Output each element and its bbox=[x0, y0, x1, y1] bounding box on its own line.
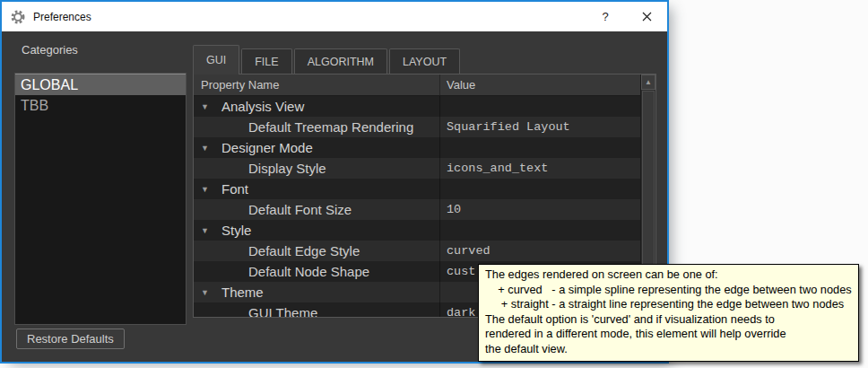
property-name-cell[interactable]: GUI Theme bbox=[194, 302, 439, 317]
tooltip-text: The edges rendered on screen can be one … bbox=[485, 267, 852, 356]
tree-group-row[interactable]: ▼Font bbox=[194, 179, 640, 199]
property-name-label: Designer Mode bbox=[221, 140, 313, 155]
property-value-cell[interactable]: curved bbox=[439, 241, 640, 261]
categories-list[interactable]: GLOBALTBB bbox=[14, 73, 187, 325]
property-name-label: Default Treemap Rendering bbox=[248, 119, 413, 135]
categories-label: Categories bbox=[22, 43, 78, 57]
category-item-global[interactable]: GLOBAL bbox=[15, 74, 186, 95]
gear-icon bbox=[10, 9, 26, 25]
expand-collapse-arrow-icon[interactable]: ▼ bbox=[201, 226, 213, 235]
tab-algorithm[interactable]: ALGORITHM bbox=[294, 48, 387, 74]
property-name-cell[interactable]: Default Font Size bbox=[194, 199, 439, 220]
tree-property-row[interactable]: Default Font Size10 bbox=[194, 199, 640, 220]
property-name-label: Default Node Shape bbox=[248, 264, 369, 279]
property-value-cell[interactable] bbox=[439, 220, 640, 241]
edge-style-tooltip: The edges rendered on screen can be one … bbox=[478, 264, 859, 362]
property-name-label: Style bbox=[221, 223, 251, 238]
tree-group-row[interactable]: ▼Designer Mode bbox=[194, 137, 640, 158]
property-value-cell[interactable] bbox=[439, 137, 640, 158]
expand-collapse-arrow-icon[interactable]: ▼ bbox=[201, 288, 213, 297]
tab-file[interactable]: FILE bbox=[241, 48, 291, 74]
property-name-cell[interactable]: ▼Analysis View bbox=[194, 96, 439, 117]
expand-collapse-arrow-icon[interactable]: ▼ bbox=[201, 185, 213, 194]
property-name-cell[interactable]: ▼Designer Mode bbox=[194, 137, 439, 158]
property-name-cell[interactable]: Default Edge Style bbox=[194, 241, 439, 261]
close-button[interactable] bbox=[626, 2, 667, 31]
property-value-cell[interactable]: Squarified Layout bbox=[439, 117, 640, 137]
property-name-label: Theme bbox=[221, 285, 264, 300]
tree-property-row[interactable]: Display Styleicons_and_text bbox=[194, 158, 640, 179]
property-name-label: Default Edge Style bbox=[248, 243, 360, 258]
help-button[interactable]: ? bbox=[585, 2, 626, 31]
property-value-cell[interactable] bbox=[439, 179, 640, 199]
scroll-up-arrow-icon: ▲ bbox=[645, 78, 652, 86]
property-name-label: Display Style bbox=[248, 161, 326, 176]
window-title: Preferences bbox=[33, 11, 91, 23]
title-bar[interactable]: Preferences ? bbox=[2, 2, 667, 31]
property-name-label: Analysis View bbox=[221, 99, 304, 114]
property-name-cell[interactable]: Default Node Shape bbox=[194, 261, 439, 282]
property-name-label: Font bbox=[221, 181, 248, 197]
property-value-cell[interactable] bbox=[439, 96, 640, 117]
table-header: Property Name Value bbox=[194, 74, 655, 96]
column-header-property-name[interactable]: Property Name bbox=[194, 74, 439, 95]
caption-buttons: ? bbox=[585, 2, 667, 31]
property-value-cell[interactable]: icons_and_text bbox=[439, 158, 640, 179]
tree-property-row[interactable]: Default Treemap RenderingSquarified Layo… bbox=[194, 117, 640, 137]
property-name-cell[interactable]: Default Treemap Rendering bbox=[194, 117, 439, 137]
property-name-cell[interactable]: ▼Font bbox=[194, 179, 439, 199]
category-item-tbb[interactable]: TBB bbox=[15, 95, 186, 117]
property-name-label: GUI Theme bbox=[248, 305, 317, 317]
expand-collapse-arrow-icon[interactable]: ▼ bbox=[201, 144, 213, 153]
scroll-up-button[interactable]: ▲ bbox=[641, 74, 655, 90]
tree-property-row[interactable]: Default Edge Stylecurved bbox=[194, 241, 640, 261]
property-name-cell[interactable]: Display Style bbox=[194, 158, 439, 179]
screenshot-canvas: Preferences ? Categories GLOBALTBB Resto… bbox=[0, 0, 868, 368]
tab-bar: GUIFILEALGORITHMLAYOUT bbox=[193, 45, 462, 74]
column-header-value[interactable]: Value bbox=[439, 74, 655, 95]
property-name-label: Default Font Size bbox=[248, 202, 352, 217]
property-name-cell[interactable]: ▼Theme bbox=[194, 282, 439, 302]
tab-layout[interactable]: LAYOUT bbox=[389, 48, 460, 74]
tree-group-row[interactable]: ▼Analysis View bbox=[194, 96, 640, 117]
property-name-cell[interactable]: ▼Style bbox=[194, 220, 439, 241]
close-icon bbox=[642, 12, 652, 22]
restore-defaults-button[interactable]: Restore Defaults bbox=[16, 329, 125, 349]
tab-gui[interactable]: GUI bbox=[193, 45, 239, 74]
expand-collapse-arrow-icon[interactable]: ▼ bbox=[201, 102, 213, 111]
tree-group-row[interactable]: ▼Style bbox=[194, 220, 640, 241]
property-value-cell[interactable]: 10 bbox=[439, 199, 640, 220]
